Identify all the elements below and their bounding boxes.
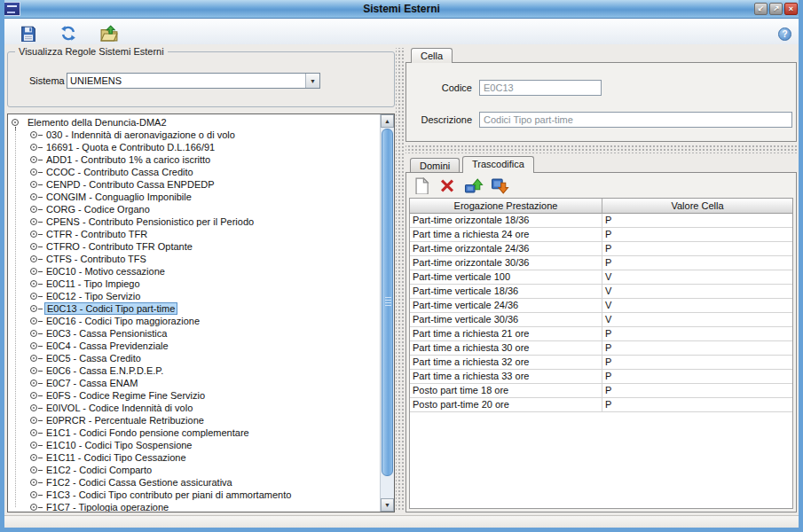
tree-item[interactable]: ADD1 - Contributo 1% a carico iscritto [8, 153, 380, 166]
tab-trascodifica[interactable]: Trascodifica [462, 156, 534, 173]
table-row[interactable]: Part time a richiesta 30 oreP [410, 341, 792, 356]
tree-item[interactable]: 030 - Indennità di aeronavigazione o di … [8, 129, 380, 141]
codice-field[interactable]: E0C13 [479, 80, 602, 96]
table-row[interactable]: Part-time verticale 24/36V [410, 299, 792, 313]
tree-node-icon[interactable] [12, 119, 19, 126]
help-icon[interactable]: ? [778, 27, 791, 41]
tree-node-icon[interactable] [30, 280, 37, 287]
close-button[interactable]: × [784, 3, 798, 15]
table-row[interactable]: Part time a richiesta 24 oreP [410, 228, 792, 242]
tree-node-icon[interactable] [30, 231, 37, 238]
tree-item[interactable]: E0C4 - Cassa Previdenziale [8, 340, 380, 352]
tree-node-icon[interactable] [30, 193, 37, 200]
tree-item[interactable]: 16691 - Quota e Contributo D.L.166/91 [8, 141, 380, 153]
tree-node-icon[interactable] [30, 367, 37, 374]
tree-item[interactable]: CTFRO - Contributo TFR Optante [8, 240, 380, 253]
tree-item[interactable]: E1C10 - Codici Tipo Sospensione [8, 439, 380, 451]
exit-icon[interactable] [100, 25, 118, 42]
table-row[interactable]: Part-time orizzontale 18/36P [410, 214, 792, 228]
tree-node-icon[interactable] [30, 504, 37, 511]
table-row[interactable]: Posto part time 18 oreP [410, 384, 792, 398]
tree-node-icon[interactable] [30, 156, 37, 163]
tree-item[interactable]: E0C12 - Tipo Servizio [8, 290, 380, 302]
tree-node-icon[interactable] [30, 479, 37, 486]
table-row[interactable]: Part-time orizzontale 24/36P [410, 242, 792, 256]
table-row[interactable]: Part-time verticale 100V [410, 270, 792, 285]
tree-item[interactable]: F1C7 - Tipologia operazione [8, 501, 380, 512]
tree-node-icon[interactable] [30, 255, 37, 262]
tree-node-icon[interactable] [30, 466, 37, 473]
sistema-combobox[interactable]: UNIEMENS ▼ [67, 73, 320, 89]
table-row[interactable]: Part-time verticale 30/36V [410, 313, 792, 327]
tree-node-icon[interactable] [30, 131, 37, 138]
tree-item[interactable]: CCOC - Contributo Cassa Credito [8, 166, 380, 178]
tree-root[interactable]: Elemento della Denuncia-DMA2 [8, 116, 380, 129]
tree-node-icon[interactable] [30, 342, 37, 349]
tree-item[interactable]: CPENS - Contributo Pensionistico per il … [8, 215, 380, 228]
tree-item[interactable]: E1C2 - Codici Comparto [8, 464, 380, 476]
tree-item[interactable]: F1C2 - Codici Cassa Gestione assicurativ… [8, 476, 380, 489]
tree-item[interactable]: F1C3 - Codici Tipo contributo per piani … [8, 489, 380, 501]
table-row[interactable]: Part time a richiesta 21 oreP [410, 327, 792, 341]
tree-node-icon[interactable] [30, 454, 37, 461]
scrollbar-thumb[interactable] [382, 129, 393, 476]
tree-node-icon[interactable] [30, 218, 37, 225]
tree-item[interactable]: E0C13 - Codici Tipo part-time [8, 302, 380, 315]
tree-node-icon[interactable] [30, 330, 37, 337]
tree-item[interactable]: E0IVOL - Codice Indennità di volo [8, 402, 380, 414]
tab-cella[interactable]: Cella [411, 48, 453, 63]
tree-node-icon[interactable] [30, 379, 37, 387]
tree-item[interactable]: CENPD - Contributo Cassa ENPDEDP [8, 178, 380, 191]
delete-row-icon[interactable] [438, 177, 456, 194]
tree-node-icon[interactable] [30, 392, 37, 399]
tree-item[interactable]: E0C7 - Cassa ENAM [8, 377, 380, 389]
horizontal-splitter[interactable] [405, 145, 797, 153]
tree-item[interactable]: E0C3 - Cassa Pensionistica [8, 327, 380, 340]
tab-domini[interactable]: Domini [410, 158, 460, 172]
tree-node-icon[interactable] [30, 206, 37, 213]
tree-node-icon[interactable] [30, 491, 37, 498]
tree-node-icon[interactable] [30, 355, 37, 362]
tree-item[interactable]: E0C10 - Motivo cessazione [8, 265, 380, 278]
tree-item[interactable]: E0PRCR - Percentuale Retribuzione [8, 414, 380, 426]
table-row[interactable]: Part-time orizzontale 30/36P [410, 256, 792, 270]
combo-dropdown-icon[interactable]: ▼ [305, 74, 319, 88]
save-icon[interactable] [20, 25, 37, 42]
tree-node-icon[interactable] [30, 442, 37, 449]
tree-node-icon[interactable] [30, 417, 37, 424]
tree-node-icon[interactable] [30, 181, 37, 188]
tree-item[interactable]: CTFR - Contributo TFR [8, 228, 380, 240]
import-icon[interactable] [464, 177, 482, 194]
column-header-erogazione[interactable]: Erogazione Prestazione [410, 199, 602, 214]
tree-item[interactable]: E0FS - Codice Regime Fine Servizio [8, 389, 380, 402]
tree-item[interactable]: E0C6 - Cassa E.N.P.D.E.P. [8, 364, 380, 377]
export-icon[interactable] [490, 177, 508, 194]
tree-item[interactable]: E0C16 - Codici Tipo maggiorazione [8, 315, 380, 327]
maximize-button[interactable]: ↗ [769, 3, 783, 15]
new-row-icon[interactable] [413, 177, 430, 194]
tree-node-icon[interactable] [30, 305, 37, 312]
tree-scrollbar[interactable]: ▲ ▼ [380, 114, 394, 512]
tree-node-icon[interactable] [30, 404, 37, 411]
tree-item[interactable]: E0C11 - Tipo Impiego [8, 278, 380, 290]
descrizione-field[interactable]: Codici Tipo part-time [479, 112, 792, 128]
refresh-icon[interactable] [59, 25, 77, 42]
tree-item[interactable]: CTFS - Contributo TFS [8, 253, 380, 265]
column-header-valore[interactable]: Valore Cella [602, 199, 792, 214]
table-row[interactable]: Part-time verticale 18/36V [410, 285, 792, 299]
tree-node-icon[interactable] [30, 293, 37, 300]
tree-node-icon[interactable] [30, 268, 37, 275]
tree-item[interactable]: CORG - Codice Organo [8, 203, 380, 215]
tree-node-icon[interactable] [30, 168, 37, 176]
table-row[interactable]: Part time a richiesta 32 oreP [410, 356, 792, 370]
tree-item[interactable]: E1C11 - Codici Tipo Cessazione [8, 451, 380, 464]
table-row[interactable]: Posto part-time 20 oreP [410, 398, 792, 412]
scroll-down-icon[interactable]: ▼ [381, 498, 394, 512]
vertical-splitter[interactable] [396, 48, 405, 512]
tree-node-icon[interactable] [30, 429, 37, 436]
restore-button[interactable]: ↙ [754, 3, 768, 15]
scroll-up-icon[interactable]: ▲ [381, 114, 394, 128]
tree-node-icon[interactable] [30, 243, 37, 250]
tree-node-icon[interactable] [30, 317, 37, 325]
table-row[interactable]: Part time a richiesta 33 oreP [410, 370, 792, 384]
